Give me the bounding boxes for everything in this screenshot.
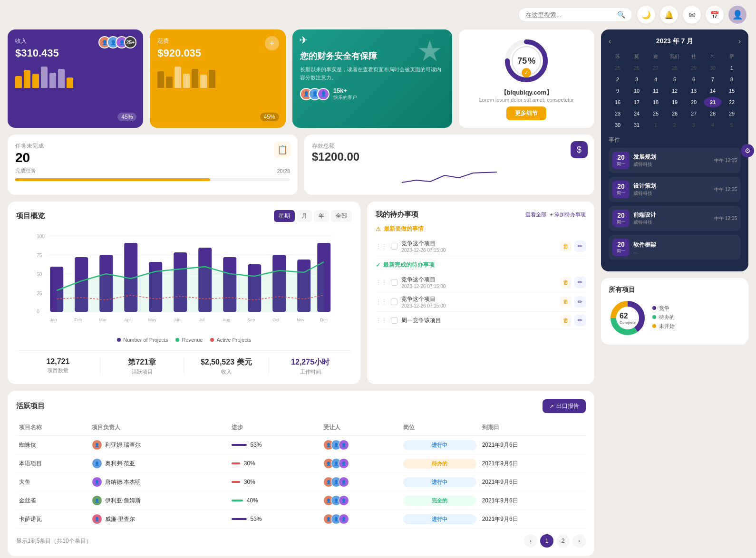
todo-edit-4[interactable]: ✏ <box>574 315 586 326</box>
calendar-day[interactable]: 4 <box>704 120 722 130</box>
todo-delete-1[interactable]: 🗑 <box>560 241 572 252</box>
calendar-day[interactable]: 4 <box>647 74 665 85</box>
search-input[interactable] <box>525 11 613 19</box>
calendar-day[interactable]: 19 <box>666 97 684 107</box>
calendar-day[interactable]: 23 <box>609 108 627 119</box>
calendar-day[interactable]: 30 <box>704 63 722 73</box>
second-row: 📋 任务未完成 20 完成任务 20/28 $ 存款总额 $1200.00 <box>8 135 594 195</box>
calendar-button[interactable]: 📅 <box>706 6 724 24</box>
calendar-day[interactable]: 18 <box>647 97 665 107</box>
calendar-day[interactable]: 5 <box>723 120 741 130</box>
calendar-day[interactable]: 1 <box>647 120 665 130</box>
cal-prev-button[interactable]: ‹ <box>609 37 611 46</box>
calendar-day[interactable]: 30 <box>609 120 627 130</box>
col-manager[interactable]: 项目负责人 <box>89 420 229 436</box>
calendar-day[interactable]: 12 <box>666 86 684 96</box>
theme-toggle-button[interactable]: 🌙 <box>637 6 655 24</box>
tasks-icon: 📋 <box>274 141 291 158</box>
calendar-day[interactable]: 3 <box>628 74 646 85</box>
todo-view-all-link[interactable]: 查看全部 <box>525 211 546 218</box>
todo-delete-2[interactable]: 🗑 <box>560 277 572 288</box>
export-report-button[interactable]: ↗ 出口报告 <box>543 399 586 413</box>
calendar-day[interactable]: 21 <box>704 97 722 107</box>
stat-label-active: 活跃项目 <box>100 368 184 375</box>
top-bar: 🔍 🌙 🔔 ✉ 📅 👤 <box>0 0 756 29</box>
col-status[interactable]: 岗位 <box>400 420 479 436</box>
calendar-day[interactable]: 20 <box>685 97 703 107</box>
calendar-day[interactable]: 24 <box>628 108 646 119</box>
col-progress[interactable]: 进步 <box>229 420 320 436</box>
calendar-day[interactable]: 8 <box>723 74 741 85</box>
stat-value-revenue: $2,50,523 美元 <box>184 357 268 367</box>
todo-delete-3[interactable]: 🗑 <box>560 296 572 308</box>
drag-handle-4[interactable]: ⋮⋮ <box>376 317 387 324</box>
col-assignee[interactable]: 受让人 <box>320 420 400 436</box>
todo-delete-4[interactable]: 🗑 <box>560 315 572 326</box>
calendar-day[interactable]: 3 <box>685 120 703 130</box>
cal-next-button[interactable]: › <box>738 37 741 46</box>
calendar-day[interactable]: 29 <box>723 108 741 119</box>
search-box[interactable]: 🔍 <box>518 8 632 22</box>
todo-checkbox-4[interactable] <box>391 317 397 324</box>
calendar-day[interactable]: 31 <box>628 120 646 130</box>
calendar-day[interactable]: 26 <box>628 63 646 73</box>
calendar-day[interactable]: 6 <box>685 74 703 85</box>
calendar-day[interactable]: 25 <box>647 108 665 119</box>
page-2-button[interactable]: 2 <box>556 534 570 548</box>
calendar-day[interactable]: 10 <box>628 86 646 96</box>
calendar-day[interactable]: 27 <box>685 108 703 119</box>
calendar-day[interactable]: 5 <box>666 74 684 85</box>
calendar-day[interactable]: 7 <box>704 74 722 85</box>
pagination-info: 显示1到5条目（共10个条目） <box>16 537 92 545</box>
calendar-day[interactable]: 1 <box>723 63 741 73</box>
calendar-day[interactable]: 17 <box>628 97 646 107</box>
todo-edit-1[interactable]: ✏ <box>574 241 586 252</box>
calendar-day[interactable]: 11 <box>647 86 665 96</box>
next-page-button[interactable]: › <box>572 534 586 548</box>
calendar-day[interactable]: 28 <box>704 108 722 119</box>
todo-edit-3[interactable]: ✏ <box>574 296 586 308</box>
period-tab-month[interactable]: 月 <box>297 210 312 222</box>
calendar-day[interactable]: 2 <box>666 120 684 130</box>
donut-chart: 62 Compete <box>609 299 647 337</box>
period-tab-all[interactable]: 全部 <box>331 210 352 222</box>
user-avatar[interactable]: 👤 <box>728 6 746 24</box>
drag-handle-2[interactable]: ⋮⋮ <box>376 279 387 286</box>
prev-page-button[interactable]: ‹ <box>524 534 537 548</box>
todo-section: 我的待办事项 查看全部 + 添加待办事项 ⚠ 最新要做的事情 ⋮⋮ 竞争这个项目 <box>367 202 594 384</box>
todo-checkbox-2[interactable] <box>391 279 397 286</box>
calendar-gear-button[interactable]: ⚙ <box>741 144 754 157</box>
todo-item-3: ⋮⋮ 竞争这个项目 2023-12-26 07:15:00 🗑 ✏ <box>376 292 586 312</box>
todo-add-link[interactable]: + 添加待办事项 <box>550 211 586 218</box>
calendar-day[interactable]: 16 <box>609 97 627 107</box>
todo-checkbox-3[interactable] <box>391 298 397 305</box>
more-details-button[interactable]: 更多细节 <box>506 106 546 120</box>
calendar-day[interactable]: 14 <box>704 86 722 96</box>
drag-handle-3[interactable]: ⋮⋮ <box>376 298 387 305</box>
todo-title: 我的待办事项 <box>376 210 418 219</box>
drag-handle-1[interactable]: ⋮⋮ <box>376 243 387 250</box>
notifications-button[interactable]: 🔔 <box>660 6 678 24</box>
calendar-day[interactable]: 26 <box>666 108 684 119</box>
calendar-day[interactable]: 22 <box>723 97 741 107</box>
mail-button[interactable]: ✉ <box>683 6 701 24</box>
calendar-day[interactable]: 27 <box>647 63 665 73</box>
calendar-day[interactable]: 2 <box>609 74 627 85</box>
calendar-day[interactable]: 28 <box>666 63 684 73</box>
page-1-button[interactable]: 1 <box>540 534 553 548</box>
calendar-day[interactable]: 29 <box>685 63 703 73</box>
stat-label-projects: 项目数量 <box>16 367 100 374</box>
period-tab-year[interactable]: 年 <box>314 210 329 222</box>
period-tab-week[interactable]: 星期 <box>274 210 295 222</box>
calendar-day[interactable]: 9 <box>609 86 627 96</box>
calendar-day[interactable]: 15 <box>723 86 741 96</box>
col-due[interactable]: 到期日 <box>479 420 586 436</box>
calendar-day[interactable]: 13 <box>685 86 703 96</box>
export-icon: ↗ <box>549 403 554 410</box>
col-name[interactable]: 项目名称 <box>16 420 89 436</box>
todo-checkbox-1[interactable] <box>391 243 397 250</box>
svg-text:50: 50 <box>37 272 42 277</box>
event-item: 20 周一 前端设计 威特科技 中午 12:05 <box>609 206 741 231</box>
calendar-day[interactable]: 25 <box>609 63 627 73</box>
todo-edit-2[interactable]: ✏ <box>574 277 586 288</box>
